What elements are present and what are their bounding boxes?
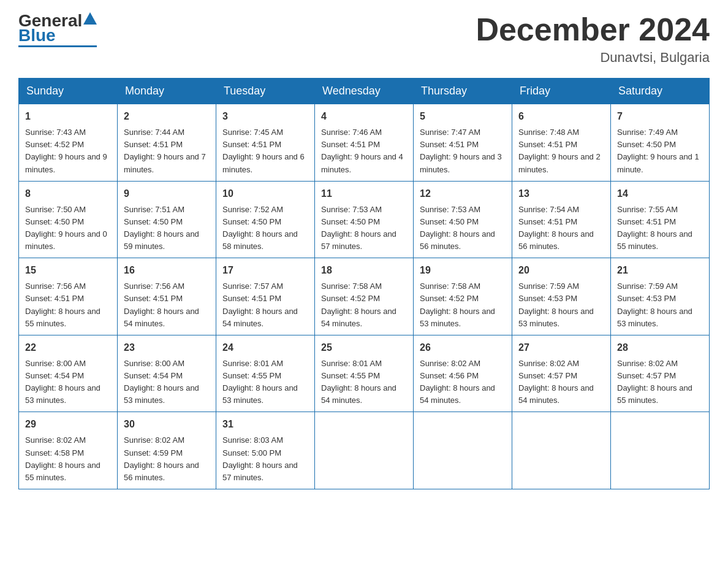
calendar-week-row: 22 Sunrise: 8:00 AMSunset: 4:54 PMDaylig… [19,335,710,412]
column-header-tuesday: Tuesday [216,79,315,104]
day-info: Sunrise: 7:54 AMSunset: 4:51 PMDaylight:… [518,205,594,251]
calendar-cell: 21 Sunrise: 7:59 AMSunset: 4:53 PMDaylig… [611,258,710,335]
location-subtitle: Dunavtsi, Bulgaria [476,50,710,66]
calendar-cell: 19 Sunrise: 7:58 AMSunset: 4:52 PMDaylig… [414,258,512,335]
day-info: Sunrise: 8:01 AMSunset: 4:55 PMDaylight:… [321,359,396,405]
day-number: 31 [222,417,308,432]
day-number: 25 [321,340,407,355]
day-info: Sunrise: 7:56 AMSunset: 4:51 PMDaylight:… [124,282,199,327]
calendar-cell: 12 Sunrise: 7:53 AMSunset: 4:50 PMDaylig… [414,181,512,258]
calendar-cell: 4 Sunrise: 7:46 AMSunset: 4:51 PMDayligh… [315,104,414,182]
day-number: 3 [222,109,308,124]
logo-underline [18,45,97,47]
calendar-cell: 13 Sunrise: 7:54 AMSunset: 4:51 PMDaylig… [512,181,611,258]
calendar-week-row: 8 Sunrise: 7:50 AMSunset: 4:50 PMDayligh… [19,181,710,258]
calendar-cell: 1 Sunrise: 7:43 AMSunset: 4:52 PMDayligh… [19,104,118,182]
day-number: 26 [420,340,506,355]
day-number: 15 [25,263,111,278]
day-number: 28 [617,340,703,355]
calendar-week-row: 15 Sunrise: 7:56 AMSunset: 4:51 PMDaylig… [19,258,710,335]
day-info: Sunrise: 7:55 AMSunset: 4:51 PMDaylight:… [617,205,692,251]
day-info: Sunrise: 7:53 AMSunset: 4:50 PMDaylight:… [321,205,396,251]
day-number: 1 [25,109,111,124]
calendar-cell: 15 Sunrise: 7:56 AMSunset: 4:51 PMDaylig… [19,258,118,335]
column-header-wednesday: Wednesday [315,79,414,104]
column-header-monday: Monday [118,79,216,104]
calendar-cell: 23 Sunrise: 8:00 AMSunset: 4:54 PMDaylig… [118,335,216,412]
day-number: 11 [321,186,407,201]
calendar-cell: 17 Sunrise: 7:57 AMSunset: 4:51 PMDaylig… [216,258,315,335]
calendar-cell: 14 Sunrise: 7:55 AMSunset: 4:51 PMDaylig… [611,181,710,258]
day-info: Sunrise: 7:51 AMSunset: 4:50 PMDaylight:… [124,205,199,251]
day-number: 2 [124,109,210,124]
logo: General Blue [18,12,97,47]
day-number: 23 [124,340,210,355]
day-info: Sunrise: 7:57 AMSunset: 4:51 PMDaylight:… [222,282,298,327]
day-info: Sunrise: 8:03 AMSunset: 5:00 PMDaylight:… [222,435,298,481]
day-info: Sunrise: 7:47 AMSunset: 4:51 PMDaylight:… [420,128,502,174]
day-info: Sunrise: 7:58 AMSunset: 4:52 PMDaylight:… [420,282,495,327]
logo-triangle-icon [83,12,97,25]
calendar-cell [414,412,512,489]
calendar-cell: 28 Sunrise: 8:02 AMSunset: 4:57 PMDaylig… [611,335,710,412]
calendar-cell: 8 Sunrise: 7:50 AMSunset: 4:50 PMDayligh… [19,181,118,258]
day-info: Sunrise: 7:56 AMSunset: 4:51 PMDaylight:… [25,282,100,327]
day-number: 20 [518,263,604,278]
title-section: December 2024 Dunavtsi, Bulgaria [476,12,710,66]
calendar-week-row: 1 Sunrise: 7:43 AMSunset: 4:52 PMDayligh… [19,104,710,182]
day-number: 8 [25,186,111,201]
day-number: 22 [25,340,111,355]
page-header: General Blue December 2024 Dunavtsi, Bul… [18,12,710,66]
calendar-cell [512,412,611,489]
day-number: 7 [617,109,703,124]
day-number: 5 [420,109,506,124]
day-number: 30 [124,417,210,432]
day-info: Sunrise: 8:01 AMSunset: 4:55 PMDaylight:… [222,359,298,405]
day-info: Sunrise: 8:02 AMSunset: 4:57 PMDaylight:… [518,359,594,405]
calendar-cell: 31 Sunrise: 8:03 AMSunset: 5:00 PMDaylig… [216,412,315,489]
day-info: Sunrise: 8:02 AMSunset: 4:59 PMDaylight:… [124,435,199,481]
day-info: Sunrise: 8:02 AMSunset: 4:58 PMDaylight:… [25,435,100,481]
day-number: 24 [222,340,308,355]
day-info: Sunrise: 8:02 AMSunset: 4:56 PMDaylight:… [420,359,495,405]
day-info: Sunrise: 7:49 AMSunset: 4:50 PMDaylight:… [617,128,699,174]
day-number: 16 [124,263,210,278]
calendar-cell: 24 Sunrise: 8:01 AMSunset: 4:55 PMDaylig… [216,335,315,412]
day-info: Sunrise: 7:53 AMSunset: 4:50 PMDaylight:… [420,205,495,251]
calendar-cell [611,412,710,489]
day-number: 9 [124,186,210,201]
day-number: 10 [222,186,308,201]
calendar-cell: 10 Sunrise: 7:52 AMSunset: 4:50 PMDaylig… [216,181,315,258]
column-header-sunday: Sunday [19,79,118,104]
day-info: Sunrise: 7:59 AMSunset: 4:53 PMDaylight:… [617,282,692,327]
calendar-cell: 20 Sunrise: 7:59 AMSunset: 4:53 PMDaylig… [512,258,611,335]
day-info: Sunrise: 7:44 AMSunset: 4:51 PMDaylight:… [124,128,206,174]
month-title: December 2024 [476,12,710,47]
day-info: Sunrise: 7:46 AMSunset: 4:51 PMDaylight:… [321,128,403,174]
calendar-cell: 29 Sunrise: 8:02 AMSunset: 4:58 PMDaylig… [19,412,118,489]
calendar-cell: 6 Sunrise: 7:48 AMSunset: 4:51 PMDayligh… [512,104,611,182]
day-number: 13 [518,186,604,201]
calendar-cell: 2 Sunrise: 7:44 AMSunset: 4:51 PMDayligh… [118,104,216,182]
day-number: 6 [518,109,604,124]
day-number: 18 [321,263,407,278]
day-number: 21 [617,263,703,278]
day-info: Sunrise: 7:59 AMSunset: 4:53 PMDaylight:… [518,282,594,327]
calendar-cell: 7 Sunrise: 7:49 AMSunset: 4:50 PMDayligh… [611,104,710,182]
day-number: 19 [420,263,506,278]
calendar-table: SundayMondayTuesdayWednesdayThursdayFrid… [18,78,710,489]
calendar-cell: 16 Sunrise: 7:56 AMSunset: 4:51 PMDaylig… [118,258,216,335]
calendar-cell [315,412,414,489]
calendar-cell: 22 Sunrise: 8:00 AMSunset: 4:54 PMDaylig… [19,335,118,412]
calendar-cell: 30 Sunrise: 8:02 AMSunset: 4:59 PMDaylig… [118,412,216,489]
day-number: 17 [222,263,308,278]
calendar-cell: 9 Sunrise: 7:51 AMSunset: 4:50 PMDayligh… [118,181,216,258]
day-info: Sunrise: 7:48 AMSunset: 4:51 PMDaylight:… [518,128,601,174]
day-number: 29 [25,417,111,432]
calendar-cell: 11 Sunrise: 7:53 AMSunset: 4:50 PMDaylig… [315,181,414,258]
calendar-cell: 5 Sunrise: 7:47 AMSunset: 4:51 PMDayligh… [414,104,512,182]
day-info: Sunrise: 7:45 AMSunset: 4:51 PMDaylight:… [222,128,305,174]
column-header-saturday: Saturday [611,79,710,104]
day-info: Sunrise: 8:00 AMSunset: 4:54 PMDaylight:… [124,359,199,405]
logo-blue-text: Blue [18,27,56,44]
